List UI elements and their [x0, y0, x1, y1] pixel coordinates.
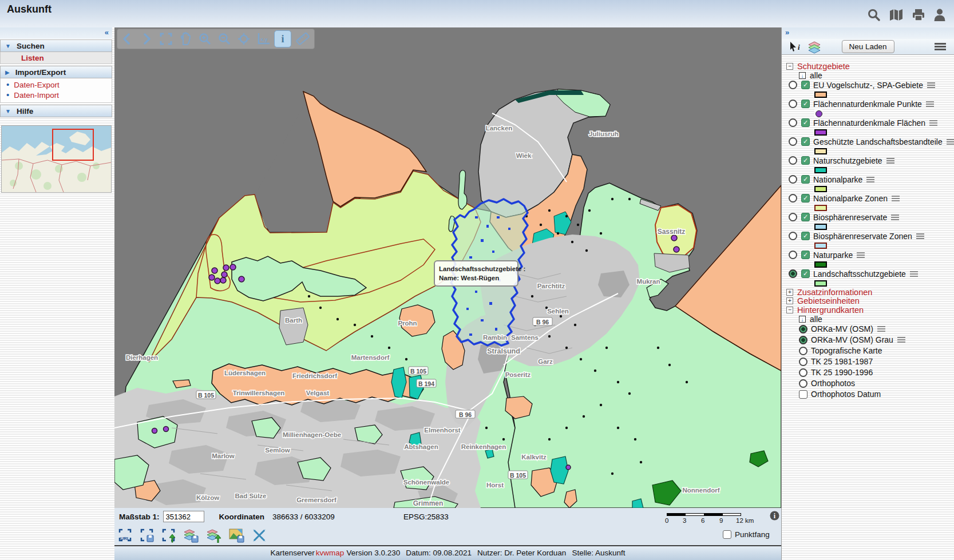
- layer-checkbox[interactable]: ✓: [801, 269, 810, 278]
- layer-menu-icon[interactable]: [927, 82, 935, 88]
- zoom-extent-icon[interactable]: [252, 528, 267, 543]
- layer-checkbox[interactable]: ✓: [801, 118, 810, 127]
- background-label[interactable]: TK 25 1990-1996: [811, 368, 873, 377]
- layer-radio[interactable]: [789, 156, 797, 165]
- layer-checkbox[interactable]: ✓: [801, 81, 810, 89]
- background-radio[interactable]: [799, 347, 807, 355]
- sidebar-item-daten-import[interactable]: •Daten-Import: [1, 90, 112, 100]
- punktfang-control[interactable]: Punktfang: [723, 530, 770, 539]
- punktfang-checkbox[interactable]: [723, 530, 731, 539]
- layer-menu-icon[interactable]: [926, 101, 934, 107]
- layer-label[interactable]: EU Vogelschutz-, SPA-Gebiete: [813, 81, 923, 90]
- layer-radio[interactable]: [789, 194, 797, 202]
- layer-checkbox[interactable]: ✓: [801, 175, 810, 184]
- tree-group-gebietseinheiten[interactable]: +Gebietseinheiten: [782, 297, 954, 306]
- layer-menu-icon[interactable]: [897, 337, 905, 343]
- tree-alle-item[interactable]: ↓alle: [782, 315, 954, 324]
- layer-label[interactable]: Flächennaturdenkmale Punkte: [813, 100, 922, 109]
- previous-view-icon[interactable]: [117, 30, 137, 47]
- massstab-input[interactable]: [163, 511, 204, 522]
- select-all-icon[interactable]: ↓: [799, 316, 806, 323]
- load-extent-icon[interactable]: [161, 528, 176, 543]
- layer-radio[interactable]: [789, 81, 797, 89]
- layer-menu-icon[interactable]: [916, 233, 924, 239]
- save-layers-icon[interactable]: [183, 528, 199, 543]
- coordinates-icon[interactable]: x,y: [254, 30, 273, 47]
- layer-radio[interactable]: [789, 269, 797, 278]
- layers-icon[interactable]: [807, 41, 822, 57]
- layer-checkbox[interactable]: ✓: [801, 213, 810, 221]
- layer-label[interactable]: Geschützte Landschaftsbestandteile: [813, 137, 943, 146]
- layer-radio[interactable]: [789, 251, 797, 259]
- layer-label[interactable]: Naturschutzgebiete: [813, 156, 882, 165]
- search-icon[interactable]: [867, 8, 881, 22]
- layer-radio[interactable]: [789, 213, 797, 221]
- overview-map[interactable]: [1, 125, 112, 193]
- upload-layers-icon[interactable]: [206, 528, 222, 543]
- measure-icon[interactable]: [292, 30, 312, 47]
- layer-checkbox[interactable]: ✓: [801, 194, 810, 202]
- tree-alle-item[interactable]: ↓alle: [782, 71, 954, 80]
- sidebar-section-import-export[interactable]: ▶Import/Export: [0, 66, 112, 78]
- tree-group-label[interactable]: Zusatzinformationen: [797, 288, 872, 297]
- neu-laden-button[interactable]: Neu Laden: [841, 40, 894, 53]
- layer-menu-icon[interactable]: [891, 215, 899, 220]
- sidebar-item-listen[interactable]: Listen: [0, 52, 112, 64]
- layer-checkbox[interactable]: ✓: [801, 232, 810, 240]
- tree-group-label[interactable]: Hintergrundkarten: [797, 305, 864, 315]
- layer-radio[interactable]: [789, 137, 797, 146]
- info-tool-icon[interactable]: i: [274, 30, 291, 47]
- layer-menu-icon[interactable]: [892, 196, 900, 201]
- share-url-icon[interactable]: URL: [118, 528, 133, 543]
- background-label[interactable]: Orthophotos Datum: [811, 390, 881, 399]
- layer-radio[interactable]: [789, 232, 797, 240]
- background-checkbox[interactable]: [799, 390, 807, 399]
- layer-checkbox[interactable]: ✓: [801, 156, 810, 165]
- background-radio[interactable]: [799, 336, 807, 344]
- layer-radio[interactable]: [789, 175, 797, 184]
- print-icon[interactable]: [912, 8, 925, 22]
- tree-group-label[interactable]: Schutzgebiete: [797, 62, 850, 71]
- layer-menu-icon[interactable]: [866, 177, 874, 182]
- save-image-icon[interactable]: [229, 528, 245, 543]
- layer-menu-icon[interactable]: [877, 326, 885, 332]
- tree-toggle-icon[interactable]: +: [786, 297, 793, 304]
- zoom-out-icon[interactable]: [215, 30, 234, 47]
- map-icon[interactable]: [889, 8, 904, 22]
- info-icon[interactable]: i: [770, 511, 779, 523]
- layer-checkbox[interactable]: ✓: [801, 137, 810, 146]
- panel-menu-icon[interactable]: [935, 43, 946, 50]
- background-radio[interactable]: [799, 325, 807, 333]
- tree-group-schutzgebiete[interactable]: −Schutzgebiete: [782, 62, 954, 71]
- recenter-icon[interactable]: [234, 30, 254, 47]
- pan-icon[interactable]: [176, 30, 195, 47]
- layer-menu-icon[interactable]: [910, 271, 918, 277]
- background-label[interactable]: Topografische Karte: [811, 346, 882, 355]
- user-icon[interactable]: [933, 8, 946, 22]
- save-extent-icon[interactable]: [140, 528, 155, 543]
- layer-label[interactable]: Naturparke: [813, 251, 853, 260]
- map-area[interactable]: LanckenWiekJuliusruhSassnitzMukranBarthP…: [114, 27, 781, 560]
- layer-menu-icon[interactable]: [886, 158, 894, 164]
- layer-label[interactable]: Nationalparke Zonen: [813, 194, 888, 203]
- sidebar-section-suchen[interactable]: ▼Suchen: [0, 39, 112, 52]
- background-label[interactable]: ORKa-MV (OSM): [811, 324, 873, 333]
- tree-toggle-icon[interactable]: +: [786, 289, 793, 296]
- layer-label[interactable]: Nationalparke: [813, 175, 862, 184]
- panel-expand-icon[interactable]: »: [782, 27, 954, 39]
- tree-group-hintergrundkarten[interactable]: −Hintergrundkarten: [782, 305, 954, 315]
- layer-label[interactable]: Flächennaturdenkmale Flächen: [813, 118, 925, 128]
- tree-group-label[interactable]: Gebietseinheiten: [797, 296, 860, 305]
- layer-radio[interactable]: [789, 118, 797, 127]
- layer-label[interactable]: Biosphärenreservate Zonen: [813, 232, 912, 241]
- layer-menu-icon[interactable]: [947, 139, 954, 145]
- zoom-in-icon[interactable]: [195, 30, 215, 47]
- tree-toggle-icon[interactable]: −: [786, 63, 793, 70]
- layer-label[interactable]: Biosphärenreservate: [813, 213, 887, 222]
- next-view-icon[interactable]: [137, 30, 156, 47]
- tree-group-zusatzinformationen[interactable]: +Zusatzinformationen: [782, 288, 954, 297]
- layer-radio[interactable]: [789, 100, 797, 108]
- layer-menu-icon[interactable]: [857, 252, 865, 258]
- background-label[interactable]: TK 25 1981-1987: [811, 357, 873, 366]
- info-cursor-icon[interactable]: i: [789, 41, 802, 55]
